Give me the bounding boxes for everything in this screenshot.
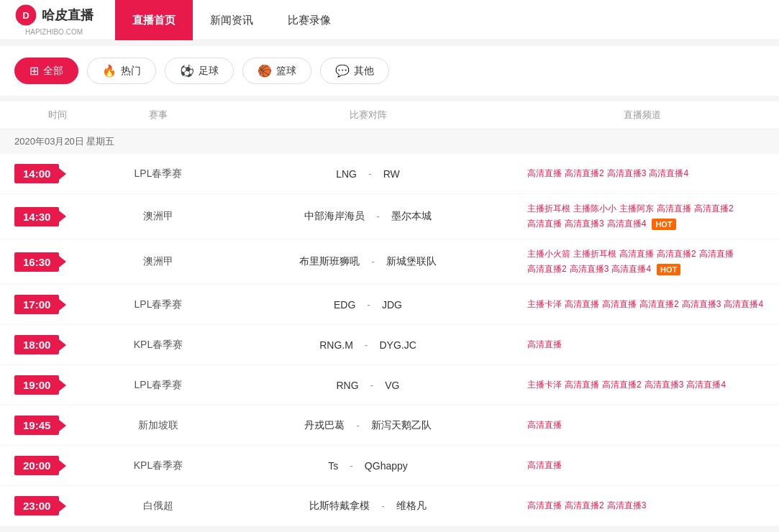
filter-soccer[interactable]: ⚽ 足球	[165, 58, 234, 84]
channel-link[interactable]: 高清直播2	[527, 263, 567, 275]
channel-link[interactable]: 主播卡泽	[527, 298, 562, 311]
channels-cell: 高清直播	[520, 419, 765, 431]
nav-tab-replay[interactable]: 比赛录像	[270, 0, 348, 40]
logo-area: D 哈皮直播 HAPIZHIBO.COM	[14, 4, 94, 36]
channel-link[interactable]: 主播小火箭	[527, 248, 570, 260]
match-cell: Ts - QGhappy	[216, 460, 520, 472]
vs-dash: -	[370, 380, 374, 391]
other-icon: 💬	[335, 64, 350, 78]
vs-dash: -	[365, 339, 368, 351]
time-cell: 14:30	[14, 207, 101, 226]
time-badge: 19:45	[14, 416, 59, 435]
channel-link[interactable]: 高清直播4	[724, 298, 763, 311]
time-cell: 14:00	[14, 164, 101, 183]
vs-dash: -	[376, 211, 380, 222]
table-row: 16:30 澳洲甲 布里斯班狮吼 - 新城堡联队 主播小火箭 主播折耳根 高清直…	[0, 239, 779, 285]
channel-link[interactable]: 高清直播	[699, 248, 734, 260]
channel-link[interactable]: 高清直播	[527, 419, 562, 431]
event-cell: 澳洲甲	[101, 210, 216, 223]
nav-tab-home[interactable]: 直播首页	[115, 0, 193, 40]
time-cell: 20:00	[14, 456, 101, 475]
filter-basketball-label: 篮球	[276, 65, 296, 78]
channel-link[interactable]: 高清直播2	[602, 379, 642, 391]
channel-link[interactable]: 高清直播	[565, 298, 599, 311]
event-cell: 新加坡联	[101, 419, 216, 432]
table-row: 14:30 澳洲甲 中部海岸海员 - 墨尔本城 主播折耳根 主播陈小小 主播阿东…	[0, 194, 779, 239]
team-a: 丹戎巴葛	[304, 419, 345, 432]
table-row: 14:00 LPL春季赛 LNG - RW 高清直播 高清直播2 高清直播3 高…	[0, 154, 779, 194]
date-row: 2020年03月20日 星期五	[0, 129, 779, 154]
channel-link[interactable]: 高清直播	[527, 218, 562, 230]
channels-cell: 主播小火箭 主播折耳根 高清直播 高清直播2 高清直播 高清直播2 高清直播3 …	[520, 248, 765, 275]
filter-soccer-label: 足球	[199, 65, 219, 78]
match-cell: 比斯特戴拿模 - 维格凡	[216, 500, 520, 513]
vs-dash: -	[350, 460, 353, 472]
channel-link[interactable]: 高清直播	[619, 248, 654, 260]
time-cell: 17:00	[14, 295, 101, 314]
channel-link[interactable]: 高清直播2	[657, 248, 696, 260]
channel-link[interactable]: 高清直播3	[607, 168, 647, 180]
col-channels: 直播频道	[520, 109, 765, 121]
match-cell: 丹戎巴葛 - 新泻天鹅乙队	[216, 419, 520, 432]
channel-link[interactable]: 高清直播	[527, 500, 562, 512]
match-cell: RNG.M - DYG.JC	[216, 339, 520, 351]
channel-link[interactable]: 高清直播2	[639, 298, 679, 311]
filter-basketball[interactable]: 🏀 篮球	[242, 58, 311, 84]
channel-link[interactable]: 主播卡泽	[527, 379, 562, 391]
team-a: 中部海岸海员	[304, 210, 365, 223]
channels-cell: 主播卡泽 高清直播 高清直播 高清直播2 高清直播3 高清直播4	[520, 298, 765, 311]
channel-link[interactable]: 高清直播	[527, 459, 562, 472]
team-a: EDG	[334, 299, 355, 311]
team-a: 比斯特戴拿模	[309, 500, 370, 513]
time-cell: 16:30	[14, 252, 101, 272]
channel-link[interactable]: 高清直播3	[644, 379, 684, 391]
hot-badge: HOT	[652, 219, 675, 230]
team-a: 布里斯班狮吼	[299, 255, 360, 268]
channel-link[interactable]: 主播折耳根	[573, 248, 616, 260]
col-event: 赛事	[101, 109, 216, 121]
channel-link[interactable]: 高清直播	[602, 298, 637, 311]
channel-link[interactable]: 主播阿东	[619, 203, 654, 215]
team-b: 新城堡联队	[386, 255, 437, 268]
match-cell: 布里斯班狮吼 - 新城堡联队	[216, 255, 520, 268]
channel-link[interactable]: 高清直播4	[611, 263, 651, 275]
channel-link[interactable]: 高清直播3	[607, 500, 647, 512]
channel-link[interactable]: 高清直播	[527, 339, 562, 351]
filter-other-label: 其他	[354, 65, 374, 78]
soccer-icon: ⚽	[180, 64, 194, 78]
vs-dash: -	[371, 256, 375, 267]
fire-icon: 🔥	[102, 64, 117, 78]
channels-cell: 高清直播	[520, 459, 765, 472]
vs-dash: -	[367, 299, 370, 311]
channel-link[interactable]: 高清直播3	[682, 298, 721, 311]
vs-dash: -	[356, 420, 360, 431]
time-cell: 18:00	[14, 335, 101, 354]
time-badge: 18:00	[14, 335, 59, 354]
team-b: 墨尔本城	[391, 210, 432, 223]
filter-hot[interactable]: 🔥 热门	[87, 58, 156, 84]
channel-link[interactable]: 高清直播4	[686, 379, 726, 391]
nav-tab-news[interactable]: 新闻资讯	[193, 0, 270, 40]
channel-link[interactable]: 高清直播4	[607, 218, 647, 230]
filter-all[interactable]: ⊞ 全部	[14, 58, 78, 84]
channel-link[interactable]: 高清直播	[527, 168, 562, 180]
channel-link[interactable]: 主播折耳根	[527, 203, 570, 215]
logo-main-text: 哈皮直播	[42, 6, 94, 24]
match-table: 时间 赛事 比赛对阵 直播频道 2020年03月20日 星期五 14:00 LP…	[0, 101, 779, 526]
channel-link[interactable]: 高清直播4	[649, 168, 688, 180]
channel-link[interactable]: 高清直播2	[694, 203, 734, 215]
time-cell: 19:45	[14, 416, 101, 435]
channel-link[interactable]: 主播陈小小	[573, 203, 616, 215]
channel-link[interactable]: 高清直播	[565, 379, 599, 391]
channel-link[interactable]: 高清直播2	[565, 500, 604, 512]
channel-link[interactable]: 高清直播2	[565, 168, 604, 180]
channels-cell: 主播折耳根 主播陈小小 主播阿东 高清直播 高清直播2 高清直播 高清直播3 高…	[520, 203, 765, 230]
table-header: 时间 赛事 比赛对阵 直播频道	[0, 101, 779, 129]
event-cell: LPL春季赛	[101, 168, 216, 180]
channel-link[interactable]: 高清直播3	[570, 263, 609, 275]
channel-link[interactable]: 高清直播3	[565, 218, 604, 230]
team-b: 维格凡	[396, 500, 427, 513]
channel-link[interactable]: 高清直播	[657, 203, 691, 215]
filter-other[interactable]: 💬 其他	[320, 58, 389, 84]
event-cell: LPL春季赛	[101, 379, 216, 392]
